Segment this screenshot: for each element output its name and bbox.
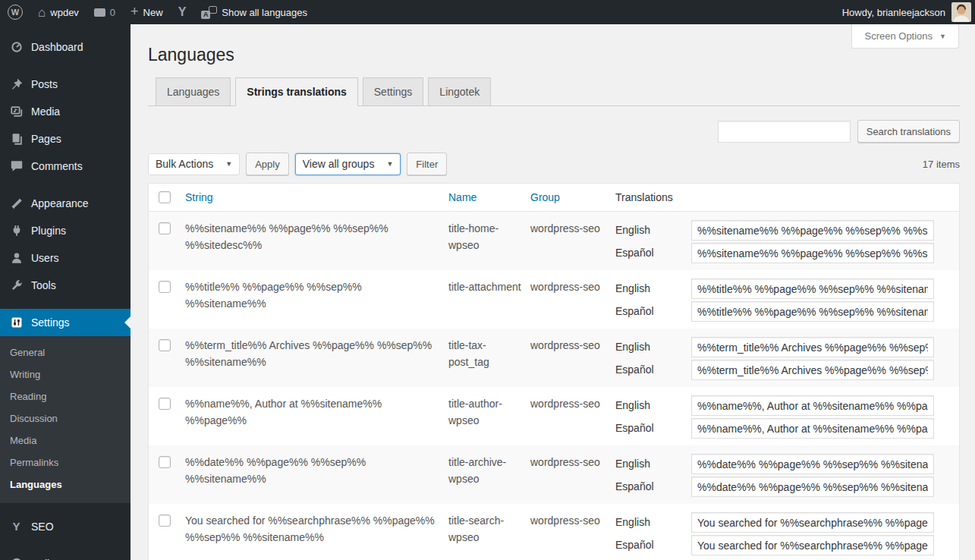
row-checkbox[interactable] xyxy=(159,222,171,234)
chevron-down-icon: ▼ xyxy=(225,160,232,168)
filter-button[interactable]: Filter xyxy=(407,153,447,175)
sidebar-item-label: Comments xyxy=(31,159,83,174)
translation-input[interactable] xyxy=(691,278,934,299)
language-label: Español xyxy=(615,477,691,497)
yoast-icon: Y xyxy=(9,520,24,534)
row-checkbox[interactable] xyxy=(159,339,171,351)
site-menu[interactable]: ⌂ wpdev xyxy=(30,0,86,24)
comments-menu[interactable]: 0 xyxy=(86,0,123,24)
wp-logo-menu[interactable]: W xyxy=(0,0,30,24)
sidebar-item-collapse-menu[interactable]: Collapse menu xyxy=(0,550,131,560)
language-label: English xyxy=(615,512,691,533)
sidebar-item-label: SEO xyxy=(31,519,54,534)
translation-input[interactable] xyxy=(691,477,934,497)
screen-options-button[interactable]: Screen Options ▼ xyxy=(851,24,959,49)
select-all-checkbox[interactable] xyxy=(159,191,171,203)
yoast-icon: Y xyxy=(178,5,187,19)
row-checkbox[interactable] xyxy=(159,514,171,527)
sidebar-item-comments[interactable]: Comments xyxy=(0,153,131,180)
bulk-actions-select[interactable]: Bulk Actions ▼ xyxy=(148,153,240,175)
row-checkbox[interactable] xyxy=(159,281,171,293)
group-filter-select[interactable]: View all groups ▼ xyxy=(295,153,401,175)
new-content-menu[interactable]: + New xyxy=(123,0,171,24)
media-icon xyxy=(9,105,24,119)
tab-lingotek[interactable]: Lingotek xyxy=(428,77,491,106)
submenu-item-discussion[interactable]: Discussion xyxy=(0,407,131,429)
chevron-down-icon: ▼ xyxy=(386,160,393,168)
tab-settings[interactable]: Settings xyxy=(363,77,424,106)
sidebar-item-label: Collapse menu xyxy=(31,556,102,560)
translation-input[interactable] xyxy=(691,512,934,533)
search-translations-button[interactable]: Search translations xyxy=(857,120,960,143)
sidebar-item-seo[interactable]: YSEO xyxy=(0,513,131,540)
translation-input[interactable] xyxy=(691,301,934,322)
group-cell: wordpress-seo xyxy=(530,454,615,470)
name-cell: title-archive-wpseo xyxy=(448,454,530,487)
translation-line: English xyxy=(615,395,934,416)
translation-input[interactable] xyxy=(691,535,934,555)
language-label: English xyxy=(615,337,691,357)
sidebar-item-label: Appearance xyxy=(31,196,89,211)
column-header-group[interactable]: Group xyxy=(530,191,615,203)
column-header-string[interactable]: String xyxy=(185,191,448,203)
tab-strings-translations[interactable]: Strings translations xyxy=(235,77,357,106)
translation-input[interactable] xyxy=(691,337,934,357)
sidebar-item-label: Settings xyxy=(31,315,70,330)
submenu-item-general[interactable]: General xyxy=(0,341,131,363)
submenu-item-reading[interactable]: Reading xyxy=(0,385,131,407)
comments-count: 0 xyxy=(110,7,115,18)
sidebar-item-settings[interactable]: Settings xyxy=(0,309,131,336)
howdy-text[interactable]: Howdy, brianleejackson xyxy=(842,7,945,18)
language-label: Español xyxy=(615,418,691,439)
name-cell: title-tax-post_tag xyxy=(448,337,530,370)
translations-cell: EnglishEspañol xyxy=(615,395,959,439)
translation-line: English xyxy=(615,278,934,299)
apply-button[interactable]: Apply xyxy=(246,153,289,175)
tab-bar: LanguagesStrings translationsSettingsLin… xyxy=(148,77,960,106)
submenu-item-media[interactable]: Media xyxy=(0,429,131,451)
translation-input[interactable] xyxy=(691,395,934,416)
translations-cell: EnglishEspañol xyxy=(615,454,959,497)
sidebar-item-media[interactable]: Media xyxy=(0,98,131,125)
sidebar-item-posts[interactable]: Posts xyxy=(0,71,131,98)
translation-input[interactable] xyxy=(691,360,934,380)
sidebar-item-plugins[interactable]: Plugins xyxy=(0,217,131,244)
submenu-item-permalinks[interactable]: Permalinks xyxy=(0,451,131,473)
show-all-languages-menu[interactable]: A Show all languages xyxy=(193,0,315,24)
group-filter-label: View all groups xyxy=(303,158,375,170)
user-avatar xyxy=(951,2,971,22)
user-icon xyxy=(9,251,24,266)
site-name: wpdev xyxy=(50,7,79,18)
screen-options-label: Screen Options xyxy=(864,30,933,42)
row-checkbox[interactable] xyxy=(159,398,171,410)
table-row: %%date%% %%page%% %%sep%% %%sitename%% t… xyxy=(149,445,959,504)
translation-input[interactable] xyxy=(691,418,934,439)
search-translations-input[interactable] xyxy=(718,121,851,143)
language-label: Español xyxy=(615,535,691,555)
sidebar-item-dashboard[interactable]: Dashboard xyxy=(0,33,131,61)
tab-languages[interactable]: Languages xyxy=(156,77,231,106)
sidebar-item-appearance[interactable]: Appearance xyxy=(0,190,131,217)
settings-icon xyxy=(9,316,24,330)
yoast-menu[interactable]: Y xyxy=(171,0,194,24)
name-cell: title-search-wpseo xyxy=(448,512,530,546)
sidebar-item-tools[interactable]: Tools xyxy=(0,272,131,299)
row-checkbox[interactable] xyxy=(159,456,171,468)
admin-bar: W ⌂ wpdev 0 + New Y A Show all languages… xyxy=(0,0,975,24)
language-label: English xyxy=(615,220,691,241)
sidebar-item-pages[interactable]: Pages xyxy=(0,125,131,153)
column-header-name[interactable]: Name xyxy=(448,191,530,203)
translation-input[interactable] xyxy=(691,243,934,263)
sidebar-item-users[interactable]: Users xyxy=(0,244,131,272)
table-row: %%name%%, Author at %%sitename%% %%page%… xyxy=(149,387,959,445)
chevron-down-icon: ▼ xyxy=(939,33,946,40)
wordpress-logo-icon: W xyxy=(8,5,23,20)
translation-input[interactable] xyxy=(691,454,934,474)
submenu-item-writing[interactable]: Writing xyxy=(0,363,131,385)
language-label: Español xyxy=(615,360,691,380)
group-cell: wordpress-seo xyxy=(530,512,615,529)
translation-line: English xyxy=(615,220,934,241)
submenu-item-languages[interactable]: Languages xyxy=(0,473,131,496)
translation-input[interactable] xyxy=(691,220,934,241)
group-cell: wordpress-seo xyxy=(530,220,615,237)
